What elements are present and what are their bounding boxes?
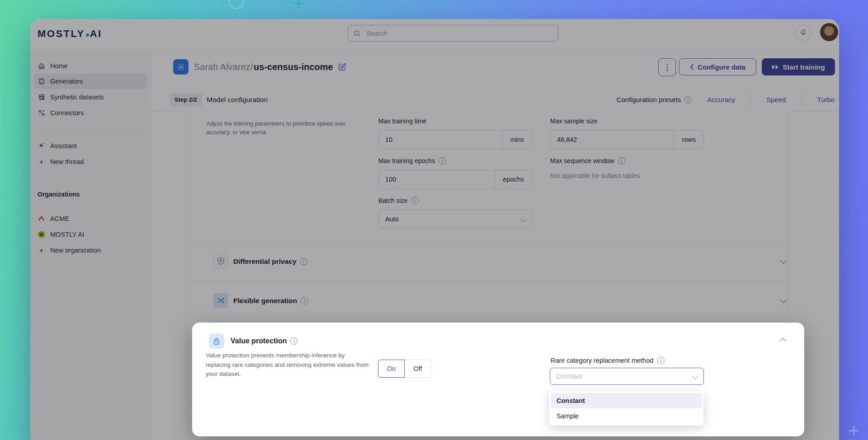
value-protection-toggle: On Off <box>378 360 431 378</box>
info-icon[interactable]: i <box>290 337 297 345</box>
desktop-cross-decoration: + <box>293 0 304 14</box>
value-protection-title: Value protection i <box>231 333 297 349</box>
desktop-circle-decoration <box>229 0 244 9</box>
app-window: MOSTLYAI <box>30 19 839 440</box>
dropdown-option-sample[interactable]: Sample <box>551 408 702 424</box>
desktop-cross-decoration: + <box>848 420 859 440</box>
chevron-up-icon[interactable] <box>780 338 786 344</box>
rare-category-select[interactable]: Constant <box>550 368 704 385</box>
info-icon[interactable]: i <box>657 357 665 364</box>
dropdown-option-constant[interactable]: Constant <box>551 393 702 408</box>
desktop-background: + + MOSTLYAI <box>0 0 868 440</box>
value-protection-card: Value protection i Value protection prev… <box>192 323 804 436</box>
select-placeholder: Constant <box>556 373 582 380</box>
rare-category-label: Rare category replacement method i <box>551 357 665 364</box>
chevron-down-icon <box>692 373 698 379</box>
toggle-on-button[interactable]: On <box>378 360 405 378</box>
rare-category-dropdown-menu: Constant Sample <box>549 391 703 426</box>
lock-icon <box>209 333 224 349</box>
value-protection-description: Value protection prevents membership inf… <box>206 351 369 379</box>
toggle-off-button[interactable]: Off <box>405 360 431 378</box>
